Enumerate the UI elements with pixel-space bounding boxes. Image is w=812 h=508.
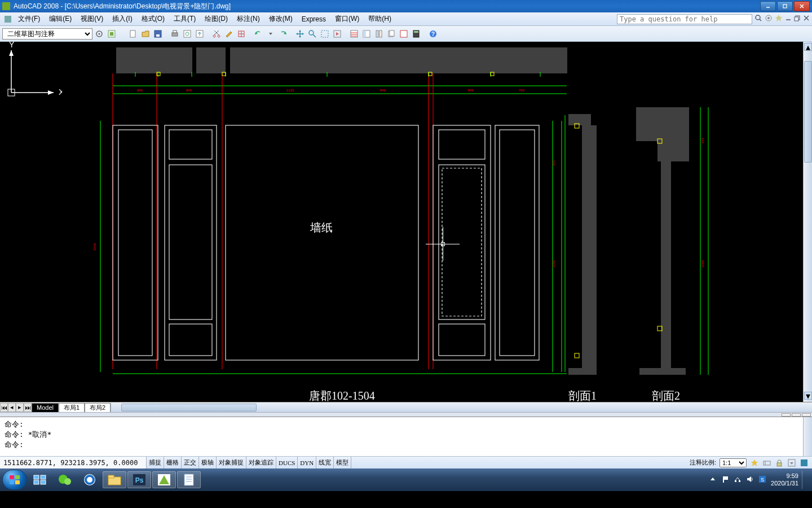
calculator-icon[interactable] (411, 28, 422, 40)
clean-screen-icon[interactable] (800, 458, 809, 467)
lock-ui-icon[interactable] (775, 458, 784, 467)
sheet-set-icon[interactable] (386, 28, 397, 40)
minimize-button[interactable] (760, 1, 776, 11)
layout2-tab[interactable]: 布局2 (85, 403, 111, 412)
drawing-canvas[interactable]: 8468461115 846846760 6452060 (0, 42, 812, 402)
workspace-settings-icon[interactable] (106, 28, 117, 40)
pan-icon[interactable] (294, 28, 306, 40)
start-button[interactable] (2, 470, 27, 490)
help-search-input[interactable] (617, 14, 752, 24)
block-icon[interactable] (236, 28, 247, 40)
doc-restore-icon[interactable] (794, 15, 801, 23)
command-scrollbar[interactable] (803, 417, 812, 456)
zoom-window-icon[interactable] (319, 28, 330, 40)
menu-view[interactable]: 视图(V) (76, 12, 108, 25)
tray-flag-icon[interactable] (721, 475, 730, 484)
tray-ime-icon[interactable]: S (758, 475, 767, 484)
match-properties-icon[interactable] (223, 28, 235, 40)
status-toggle-osnap[interactable]: 对象捕捉 (217, 457, 246, 468)
command-resize-handle[interactable] (0, 412, 812, 417)
status-toggle-dyn[interactable]: DYN (298, 457, 316, 468)
publish-icon[interactable] (194, 28, 205, 40)
explorer-taskbar-icon[interactable] (103, 471, 126, 488)
search-icon[interactable] (754, 14, 762, 24)
cut-icon[interactable] (211, 28, 222, 40)
tab-last-icon[interactable]: ⏭ (24, 403, 32, 412)
design-center-icon[interactable] (361, 28, 372, 40)
hscroll-thumb[interactable] (121, 404, 257, 411)
show-desktop-button[interactable] (802, 471, 806, 489)
menu-express[interactable]: Express (297, 12, 330, 25)
doc-close-icon[interactable] (803, 15, 810, 23)
status-toggle-polar[interactable]: 极轴 (199, 457, 217, 468)
tool-palette-icon[interactable] (373, 28, 385, 40)
photoshop-taskbar-icon[interactable]: Ps (127, 471, 151, 488)
status-toggle-ortho[interactable]: 正交 (182, 457, 199, 468)
sogou-taskbar-icon[interactable] (78, 471, 102, 488)
notepad-taskbar-icon[interactable] (177, 471, 201, 488)
canvas-horizontal-scrollbar[interactable] (111, 403, 812, 412)
wechat-taskbar-icon[interactable] (53, 471, 77, 488)
taskview-icon[interactable] (28, 471, 52, 488)
scroll-thumb[interactable] (804, 61, 812, 163)
annotation-scale-select[interactable]: 1:1 (720, 458, 747, 467)
menu-file[interactable]: 文件(F) (14, 12, 45, 25)
status-toggle-snap[interactable]: 捕捉 (147, 457, 164, 468)
properties-icon[interactable] (348, 28, 360, 40)
menu-modify[interactable]: 修改(M) (264, 12, 297, 25)
status-toggle-otrack[interactable]: 对象追踪 (246, 457, 276, 468)
workspace-select[interactable]: 二维草图与注释 (2, 28, 92, 40)
status-toggle-model[interactable]: 模型 (334, 457, 351, 468)
menu-format[interactable]: 格式(O) (137, 12, 169, 25)
help-icon[interactable]: ? (427, 28, 439, 40)
taskbar-clock[interactable]: 9:59 2020/1/31 (771, 472, 798, 487)
tab-prev-icon[interactable]: ◂ (8, 403, 16, 412)
scroll-up-icon[interactable]: ▴ (804, 43, 812, 51)
tray-network-icon[interactable] (734, 475, 743, 484)
annotation-autoscale-icon[interactable] (762, 458, 771, 467)
model-tab[interactable]: Model (32, 403, 59, 412)
doc-minimize-icon[interactable] (785, 15, 792, 23)
menu-app-icon[interactable] (2, 12, 14, 25)
coordinates-display[interactable]: 1511662.8771, 923218.3975, 0.0000 (0, 457, 147, 468)
tray-volume-icon[interactable] (746, 475, 755, 484)
tab-next-icon[interactable]: ▸ (16, 403, 24, 412)
status-toggle-grid[interactable]: 栅格 (164, 457, 182, 468)
annotation-visibility-icon[interactable] (750, 458, 759, 467)
tab-first-icon[interactable]: ⏮ (0, 403, 8, 412)
undo-icon[interactable] (253, 28, 264, 40)
menu-edit[interactable]: 编辑(E) (45, 12, 76, 25)
close-button[interactable] (794, 1, 810, 11)
zoom-previous-icon[interactable] (332, 28, 343, 40)
gear-icon[interactable] (94, 28, 105, 40)
status-bar: 1511662.8771, 923218.3975, 0.0000 捕捉 栅格 … (0, 456, 812, 468)
svg-rect-55 (390, 30, 394, 36)
maximize-button[interactable] (777, 1, 793, 11)
plot-preview-icon[interactable] (182, 28, 193, 40)
layout1-tab[interactable]: 布局1 (59, 403, 85, 412)
open-icon[interactable] (140, 28, 151, 40)
status-toggle-lwt[interactable]: 线宽 (316, 457, 334, 468)
scroll-down-icon[interactable]: ▾ (804, 392, 812, 400)
undo-dropdown-icon[interactable] (265, 28, 276, 40)
menu-help[interactable]: 帮助(H) (364, 12, 396, 25)
favorites-icon[interactable] (775, 14, 783, 24)
status-toggle-ducs[interactable]: DUCS (276, 457, 298, 468)
tray-expand-icon[interactable] (709, 475, 718, 484)
command-input[interactable]: 命令: 命令: *取消* 命令: (0, 417, 803, 456)
menu-insert[interactable]: 插入(I) (108, 12, 136, 25)
menu-tools[interactable]: 工具(T) (169, 12, 200, 25)
markup-icon[interactable] (398, 28, 409, 40)
zoom-icon[interactable] (307, 28, 318, 40)
menu-draw[interactable]: 绘图(D) (200, 12, 232, 25)
canvas-vertical-scrollbar[interactable]: ▴ ▾ (803, 42, 812, 402)
menu-dimension[interactable]: 标注(N) (232, 12, 264, 25)
new-icon[interactable] (127, 28, 139, 40)
comm-center-icon[interactable] (765, 14, 773, 24)
print-icon[interactable] (169, 28, 180, 40)
save-icon[interactable] (152, 28, 164, 40)
redo-icon[interactable] (277, 28, 289, 40)
status-tray-icon[interactable] (787, 458, 796, 467)
autocad-taskbar-icon[interactable] (152, 471, 176, 488)
menu-window[interactable]: 窗口(W) (330, 12, 364, 25)
